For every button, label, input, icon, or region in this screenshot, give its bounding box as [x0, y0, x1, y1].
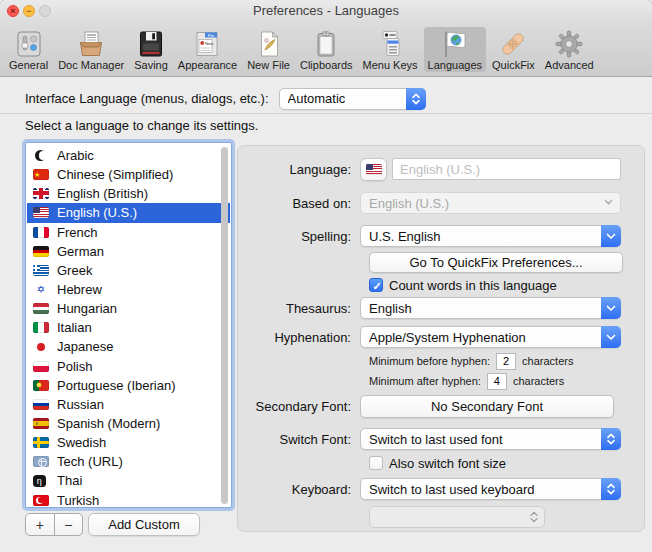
portuguese-flag-icon — [33, 380, 49, 391]
language-row-thai[interactable]: Thai — [27, 471, 230, 490]
language-row-hebrew[interactable]: Hebrew — [27, 280, 230, 299]
chevron-down-icon — [601, 297, 621, 319]
secondary-font-button[interactable]: No Secondary Font — [360, 395, 614, 418]
language-row-french[interactable]: French — [27, 223, 230, 242]
add-custom-button[interactable]: Add Custom — [88, 513, 200, 536]
language-row-turkish[interactable]: Turkish — [27, 491, 230, 506]
min-after-hyphen-label: Minimum after hyphen: — [369, 375, 481, 387]
also-switch-font-size-label: Also switch font size — [389, 456, 506, 471]
count-words-checkbox[interactable] — [369, 278, 383, 292]
us-flag-icon — [366, 164, 382, 175]
min-before-hyphen-suffix: characters — [522, 355, 573, 367]
toolbar-item-saving[interactable]: Saving — [130, 27, 172, 72]
min-after-hyphen-input[interactable] — [487, 373, 507, 390]
language-row-arabic[interactable]: Arabic — [27, 146, 230, 165]
toolbar-item-quickfix[interactable]: QuickFix — [488, 27, 539, 72]
italian-flag-icon — [33, 322, 49, 333]
based-on-select: English (U.S.) — [360, 192, 621, 214]
thesaurus-label: Thesaurus: — [238, 301, 360, 316]
language-row-russian[interactable]: Russian — [27, 395, 230, 414]
language-name-input[interactable] — [392, 158, 621, 180]
german-flag-icon — [33, 246, 49, 257]
quickfix-icon — [498, 29, 528, 59]
updown-chevron-icon — [601, 478, 621, 500]
general-icon — [14, 29, 44, 59]
menu-keys-icon — [375, 29, 405, 59]
toolbar-item-doc-manager[interactable]: Doc Manager — [54, 27, 128, 72]
toolbar-item-general[interactable]: General — [5, 27, 52, 72]
hungarian-flag-icon — [33, 303, 49, 314]
language-row-polish[interactable]: Polish — [27, 357, 230, 376]
updown-chevron-icon — [601, 428, 621, 450]
chinese-flag-icon — [33, 169, 49, 180]
russian-flag-icon — [33, 399, 49, 410]
interface-language-label: Interface Language (menus, dialogs, etc.… — [25, 91, 269, 106]
min-after-hyphen-suffix: characters — [513, 375, 564, 387]
spanish-flag-icon — [33, 418, 49, 429]
greek-flag-icon — [33, 265, 49, 276]
french-flag-icon — [33, 227, 49, 238]
language-list: Arabic Chinese (Simplified) English (Bri… — [25, 142, 232, 508]
toolbar-item-advanced[interactable]: Advanced — [541, 27, 598, 72]
language-row-swedish[interactable]: Swedish — [27, 433, 230, 452]
polish-flag-icon — [33, 361, 49, 372]
interface-language-select[interactable]: Automatic — [279, 88, 426, 110]
preferences-window: × − Preferences - Languages General Doc … — [0, 0, 652, 552]
swedish-flag-icon — [33, 437, 49, 448]
language-row-english-british[interactable]: English (British) — [27, 184, 230, 203]
toolbar-item-languages[interactable]: Languages — [424, 27, 486, 72]
spelling-label: Spelling: — [238, 229, 360, 244]
svg-text:File: File — [208, 32, 215, 37]
language-row-italian[interactable]: Italian — [27, 318, 230, 337]
languages-icon — [440, 29, 470, 59]
us-flag-icon — [33, 207, 49, 218]
preferences-toolbar: General Doc Manager Saving FileNew Appea… — [0, 22, 652, 77]
based-on-label: Based on: — [238, 196, 360, 211]
switch-font-label: Switch Font: — [238, 432, 360, 447]
title-bar: × − Preferences - Languages — [0, 0, 652, 22]
keyboard-label: Keyboard: — [238, 482, 360, 497]
language-label: Language: — [238, 162, 360, 177]
language-row-english-u-s[interactable]: English (U.S.) — [27, 203, 230, 222]
toolbar-item-appearance[interactable]: FileNew Appearance — [174, 27, 241, 72]
thai-flag-icon — [33, 475, 46, 488]
instruction-text: Select a language to change its settings… — [25, 118, 258, 133]
language-row-hungarian[interactable]: Hungarian — [27, 299, 230, 318]
count-words-label: Count words in this language — [389, 278, 557, 293]
language-row-greek[interactable]: Greek — [27, 261, 230, 280]
thesaurus-select[interactable]: English — [360, 297, 621, 319]
japanese-flag-icon — [33, 341, 49, 352]
appearance-icon: FileNew — [192, 29, 222, 59]
scrollbar-thumb[interactable] — [221, 147, 228, 504]
hyphenation-label: Hyphenation: — [238, 330, 360, 345]
language-row-tech-url[interactable]: Tech (URL) — [27, 452, 230, 471]
doc-manager-icon — [76, 29, 106, 59]
saving-icon — [136, 29, 166, 59]
language-row-german[interactable]: German — [27, 242, 230, 261]
switch-font-select[interactable]: Switch to last used font — [360, 428, 621, 450]
go-to-quickfix-button[interactable]: Go To QuickFix Preferences... — [369, 252, 623, 273]
language-row-portuguese-iberian[interactable]: Portuguese (Iberian) — [27, 376, 230, 395]
arabic-flag-icon — [33, 150, 49, 161]
language-row-japanese[interactable]: Japanese — [27, 337, 230, 356]
keyboard-select[interactable]: Switch to last used keyboard — [360, 478, 621, 500]
min-before-hyphen-input[interactable] — [496, 353, 516, 370]
toolbar-item-menu-keys[interactable]: Menu Keys — [359, 27, 422, 72]
extra-keyboard-select — [369, 506, 545, 528]
new-file-icon — [254, 29, 284, 59]
british-flag-icon — [33, 188, 49, 199]
hyphenation-select[interactable]: Apple/System Hyphenation — [360, 326, 621, 348]
toolbar-item-clipboards[interactable]: Clipboards — [296, 27, 357, 72]
list-add-remove-segment: + − — [25, 513, 83, 536]
language-flag-button[interactable] — [360, 158, 387, 181]
language-row-spanish-modern[interactable]: Spanish (Modern) — [27, 414, 230, 433]
updown-chevron-icon — [530, 511, 538, 523]
remove-language-button[interactable]: − — [55, 514, 83, 535]
also-switch-font-size-checkbox[interactable] — [369, 456, 383, 470]
tech-flag-icon — [33, 456, 49, 467]
language-row-chinese-simplified[interactable]: Chinese (Simplified) — [27, 165, 230, 184]
toolbar-item-new-file[interactable]: New File — [243, 27, 294, 72]
advanced-icon — [554, 29, 584, 59]
spelling-select[interactable]: U.S. English — [360, 225, 621, 247]
add-language-button[interactable]: + — [26, 514, 55, 535]
